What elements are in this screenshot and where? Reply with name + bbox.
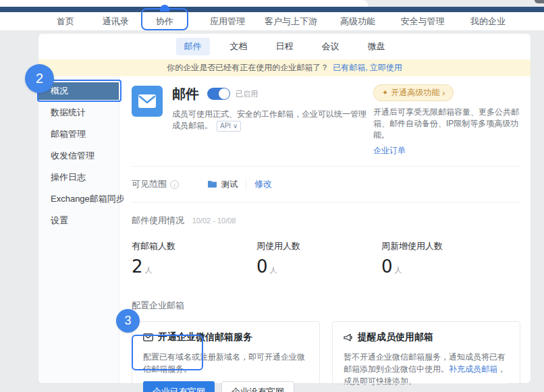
banner-link[interactable]: 已有邮箱, 立即使用 xyxy=(333,62,402,74)
page-title: 邮件 xyxy=(172,85,199,103)
visible-range-value: 测试 xyxy=(221,179,238,190)
sidebar-item-logs[interactable]: 操作日志 xyxy=(38,169,119,186)
site-header-bar xyxy=(0,7,544,12)
mail-app-icon xyxy=(132,86,163,117)
card2-description: 暂不开通企业微信邮箱服务，通知成员将已有邮箱添加到企业微信中使用。补充成员邮箱，… xyxy=(344,351,509,387)
subnav-docs[interactable]: 文档 xyxy=(222,38,256,55)
no-website-button[interactable]: 企业没有官网 xyxy=(221,381,294,392)
topnav-security[interactable]: 安全与管理 xyxy=(392,12,453,31)
sidebar-item-send-receive[interactable]: 收发信管理 xyxy=(38,147,119,165)
tutorial-step-3-badge: 3 xyxy=(116,309,140,333)
modify-link[interactable]: 修改 xyxy=(254,178,272,190)
premium-upgrade-button[interactable]: ✦ 开通高级功能 › xyxy=(373,84,454,101)
stat-weekly-users: 周使用人数 0人 xyxy=(256,240,381,277)
sidebar-item-statistics[interactable]: 数据统计 xyxy=(38,104,119,121)
tutorial-highlight-collab-tab xyxy=(141,8,188,30)
topnav-apps[interactable]: 应用管理 xyxy=(197,12,258,31)
info-icon[interactable]: i xyxy=(170,180,179,189)
usage-period: 10/02 - 10/08 xyxy=(192,217,236,225)
subnav-drive[interactable]: 微盘 xyxy=(360,38,393,55)
mailbox-notice-banner: 你的企业是否已经有正在使用的企业邮箱了？ 已有邮箱, 立即使用 xyxy=(38,59,531,76)
collab-subnav: 邮件 文档 日程 会议 微盘 xyxy=(38,34,531,59)
enterprise-order-link[interactable]: 企业订单 xyxy=(373,145,406,157)
premium-description: 开通后可享受无限邮箱容量、更多公共邮箱、邮件自动备份、IP限制等多项高级功能。 xyxy=(373,107,520,141)
caret-down-icon: ∨ xyxy=(233,122,238,130)
visible-range-label: 可见范围 xyxy=(132,178,167,190)
top-navigation: 首页 通讯录 协作 应用管理 客户与上下游 高级功能 安全与管理 我的企业 xyxy=(0,12,544,31)
subnav-calendar[interactable]: 日程 xyxy=(268,38,302,55)
card2-title: 提醒成员使用邮箱 xyxy=(358,331,433,343)
add-member-mailbox-link[interactable]: 补充成员邮箱 xyxy=(449,364,497,374)
sidebar-item-mailbox-mgmt[interactable]: 邮箱管理 xyxy=(38,125,119,143)
enabled-status: 已启用 xyxy=(236,89,258,99)
topnav-my-company[interactable]: 我的企业 xyxy=(458,12,518,31)
usage-title: 邮件使用情况 xyxy=(132,215,184,225)
folder-icon xyxy=(207,180,217,188)
sidebar-item-settings[interactable]: 设置 xyxy=(38,212,119,229)
stat-mailbox-users: 有邮箱人数 2人 xyxy=(132,240,256,277)
visible-range-chip: 测试 xyxy=(207,179,246,190)
mail-sidebar: 概况 数据统计 邮箱管理 收发信管理 操作日志 Exchange邮箱同步 设置 xyxy=(38,76,119,383)
divider xyxy=(132,166,520,167)
mail-description: 成员可使用正式、安全的工作邮箱，企业可以统一管理成员邮箱。 xyxy=(172,109,366,130)
sidebar-item-exchange-sync[interactable]: Exchange邮箱同步 xyxy=(38,190,119,208)
config-section-title: 配置企业邮箱 xyxy=(132,300,520,312)
has-website-button[interactable]: 企业已有官网 xyxy=(143,381,215,392)
tutorial-pointer xyxy=(160,5,169,11)
topnav-customers[interactable]: 客户与上下游 xyxy=(261,12,321,31)
megaphone-icon xyxy=(344,333,353,342)
tutorial-highlight-has-website-button xyxy=(132,335,203,370)
tutorial-step-2-badge: 2 xyxy=(25,64,54,93)
api-dropdown-badge[interactable]: API ∨ xyxy=(217,121,241,132)
window-corner-fragment xyxy=(535,0,544,3)
mail-enabled-toggle[interactable] xyxy=(207,88,230,100)
stat-new-weekly-users: 周新增使用人数 0人 xyxy=(381,240,506,277)
subnav-meeting[interactable]: 会议 xyxy=(314,38,348,55)
topnav-advanced[interactable]: 高级功能 xyxy=(327,12,388,31)
divider xyxy=(132,202,520,202)
subnav-mail[interactable]: 邮件 xyxy=(176,38,210,55)
chevron-right-icon: › xyxy=(442,88,445,98)
remind-members-card: 提醒成员使用邮箱 暂不开通企业微信邮箱服务，通知成员将已有邮箱添加到企业微信中使… xyxy=(332,321,520,392)
banner-question: 你的企业是否已经有正在使用的企业邮箱了？ xyxy=(167,62,329,74)
spark-icon: ✦ xyxy=(382,88,388,97)
